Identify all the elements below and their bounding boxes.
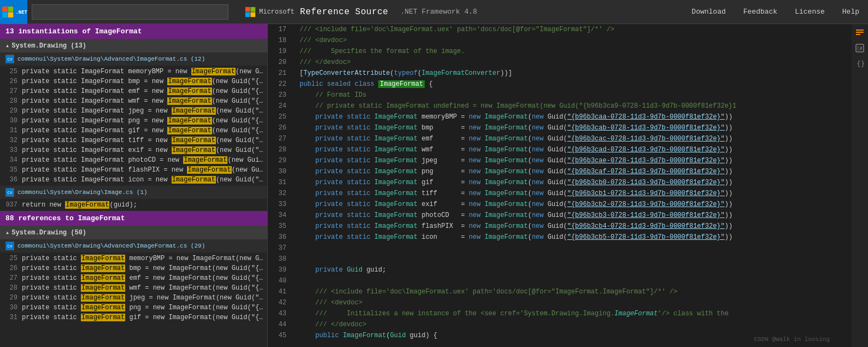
svg-rect-8	[856, 30, 864, 31]
list-item[interactable]: 29private static ImageFormat jpeg = new …	[0, 106, 267, 116]
references-header: 88 references to ImageFormat	[0, 211, 267, 226]
table-row: 40	[268, 275, 852, 286]
list-item[interactable]: 31private static ImageFormat gif = new I…	[0, 126, 267, 136]
list-item[interactable]: 27private static ImageFormat emf = new I…	[0, 273, 267, 283]
code-lines-file1: 25private static ImageFormat memoryBMP =…	[0, 66, 267, 186]
brand-logo: .NET	[0, 0, 27, 24]
list-item[interactable]: 937return new ImageFormat(guid);	[0, 200, 267, 210]
list-item[interactable]: 27private static ImageFormat emf = new I…	[0, 86, 267, 96]
list-item[interactable]: 30private static ImageFormat png = new I…	[0, 303, 267, 313]
file-name-2: commonui\System\Drawing\Image.cs (1)	[17, 189, 148, 196]
file-header-2[interactable]: C# commonui\System\Drawing\Image.cs (1)	[0, 186, 267, 199]
list-item[interactable]: 28private static ImageFormat wmf = new I…	[0, 283, 267, 293]
svg-rect-3	[8, 12, 14, 17]
ref-group-arrow-icon: ▴	[5, 228, 9, 237]
code-lines-ref: 25private static ImageFormat memoryBMP =…	[0, 252, 267, 324]
main-container: 13 instantiations of ImageFormat ▴ Syste…	[0, 24, 868, 347]
table-row: 20 /// </devdoc>	[268, 57, 852, 68]
list-item[interactable]: 26private static ImageFormat bmp = new I…	[0, 263, 267, 273]
svg-rect-1	[8, 6, 14, 11]
navbar-links: Download Feedback License Help	[683, 0, 868, 24]
ms-logo-center: Microsoft	[245, 7, 295, 17]
table-row: 42 /// <devdoc>	[268, 297, 852, 308]
file-icon-2: C#	[5, 188, 14, 197]
navbar-center: Microsoft Reference Source .NET Framewor…	[245, 7, 477, 17]
table-row: 35 private static ImageFormat flashPIX =…	[268, 221, 852, 232]
table-row: 39 private Guid guid;	[268, 264, 852, 275]
list-item[interactable]: 35private static ImageFormat flashPIX = …	[0, 165, 267, 175]
table-row: 28 private static ImageFormat wmf = new …	[268, 144, 852, 155]
table-row: 24 // private static ImageFormat undefin…	[268, 101, 852, 111]
right-panel: 17 /// <include file='doc\ImageFormat.ue…	[268, 24, 868, 347]
ref-group-label: System.Drawing (50)	[11, 229, 86, 237]
file-header-1[interactable]: C# commonui\System\Drawing\Advanced\Imag…	[0, 52, 267, 66]
license-link[interactable]: License	[786, 0, 834, 24]
table-row: 22 public sealed class ImageFormat {	[268, 79, 852, 90]
table-row: 30 private static ImageFormat png = new …	[268, 166, 852, 177]
site-title: Reference Source	[300, 7, 389, 17]
table-row: 32 private static ImageFormat tiff = new…	[268, 188, 852, 199]
table-row: 23 // Format IDs	[268, 90, 852, 101]
table-row: 31 private static ImageFormat gif = new …	[268, 177, 852, 188]
table-row: 25 private static ImageFormat memoryBMP …	[268, 111, 852, 122]
svg-rect-4	[245, 7, 250, 11]
table-row: 34 private static ImageFormat photoCD = …	[268, 210, 852, 221]
list-item[interactable]: 33private static ImageFormat exif = new …	[0, 145, 267, 155]
table-row: 27 private static ImageFormat emf = new …	[268, 133, 852, 144]
ref-system-drawing-group[interactable]: ▴ System.Drawing (50)	[0, 226, 267, 239]
right-toolbar: C# {}	[852, 24, 868, 347]
svg-rect-6	[245, 12, 250, 17]
group-arrow-icon: ▴	[5, 42, 9, 50]
list-item[interactable]: 36private static ImageFormat icon = new …	[0, 175, 267, 185]
table-row: 45 public ImageFormat(Guid guid) {	[268, 330, 852, 341]
help-link[interactable]: Help	[834, 0, 868, 24]
svg-rect-2	[2, 12, 8, 17]
list-item[interactable]: 30private static ImageFormat png = new I…	[0, 116, 267, 126]
instantiations-header: 13 instantiations of ImageFormat	[0, 24, 267, 39]
svg-rect-10	[856, 34, 860, 35]
lines-icon[interactable]	[853, 26, 866, 39]
table-row: 38	[268, 254, 852, 264]
table-row: 33 private static ImageFormat exif = new…	[268, 199, 852, 210]
table-row: 26 private static ImageFormat bmp = new …	[268, 122, 852, 133]
table-row: 37	[268, 243, 852, 254]
search-input[interactable]	[32, 4, 228, 20]
table-row: 18 /// <devdoc>	[268, 35, 852, 46]
left-panel: 13 instantiations of ImageFormat ▴ Syste…	[0, 24, 268, 347]
svg-text:{}: {}	[857, 60, 864, 68]
list-item[interactable]: 25private static ImageFormat memoryBMP =…	[0, 67, 267, 77]
svg-rect-5	[250, 7, 255, 11]
file-name-1: commonui\System\Drawing\Advanced\ImageFo…	[17, 56, 205, 62]
code-lines-file2: 937return new ImageFormat(guid);	[0, 199, 267, 211]
list-item[interactable]: 34private static ImageFormat photoCD = n…	[0, 155, 267, 165]
download-link[interactable]: Download	[683, 0, 734, 24]
list-item[interactable]: 32private static ImageFormat tiff = new …	[0, 136, 267, 145]
feedback-link[interactable]: Feedback	[735, 0, 786, 24]
list-item[interactable]: 29private static ImageFormat jpeg = new …	[0, 293, 267, 303]
braces-icon[interactable]: {}	[853, 57, 866, 70]
list-item[interactable]: 28private static ImageFormat wmf = new I…	[0, 96, 267, 106]
navbar: .NET Microsoft Reference Source .NET Fra…	[0, 0, 868, 24]
svg-rect-0	[2, 6, 8, 11]
file-icon-1: C#	[5, 55, 14, 63]
table-row: 41 /// <include file='doc\ImageFormat.ue…	[268, 286, 852, 297]
code-area[interactable]: 17 /// <include file='doc\ImageFormat.ue…	[268, 24, 852, 347]
table-row: 19 /// Specifies the format of the image…	[268, 46, 852, 57]
svg-text:C#: C#	[857, 46, 863, 51]
svg-rect-7	[250, 12, 255, 17]
file-header-ref[interactable]: C# commonui\System\Drawing\Advanced\Imag…	[0, 239, 267, 252]
list-item[interactable]: 31private static ImageFormat gif = new I…	[0, 313, 267, 322]
table-row: 43 /// Initializes a new instance of the…	[268, 308, 852, 319]
site-subtitle: .NET Framework 4.8	[400, 8, 477, 16]
group-label: System.Drawing (13)	[11, 42, 86, 50]
svg-rect-9	[856, 32, 864, 33]
file-name-ref: commonui\System\Drawing\Advanced\ImageFo…	[17, 243, 205, 249]
table-row: 36 private static ImageFormat icon = new…	[268, 232, 852, 243]
list-item[interactable]: 26private static ImageFormat bmp = new I…	[0, 77, 267, 86]
code-table: 17 /// <include file='doc\ImageFormat.ue…	[268, 24, 852, 341]
list-item[interactable]: 25private static ImageFormat memoryBMP =…	[0, 254, 267, 263]
system-drawing-group[interactable]: ▴ System.Drawing (13)	[0, 39, 267, 52]
table-row: 17 /// <include file='doc\ImageFormat.ue…	[268, 24, 852, 35]
table-row: 29 private static ImageFormat jpeg = new…	[268, 155, 852, 166]
class-icon[interactable]: C#	[853, 42, 866, 55]
